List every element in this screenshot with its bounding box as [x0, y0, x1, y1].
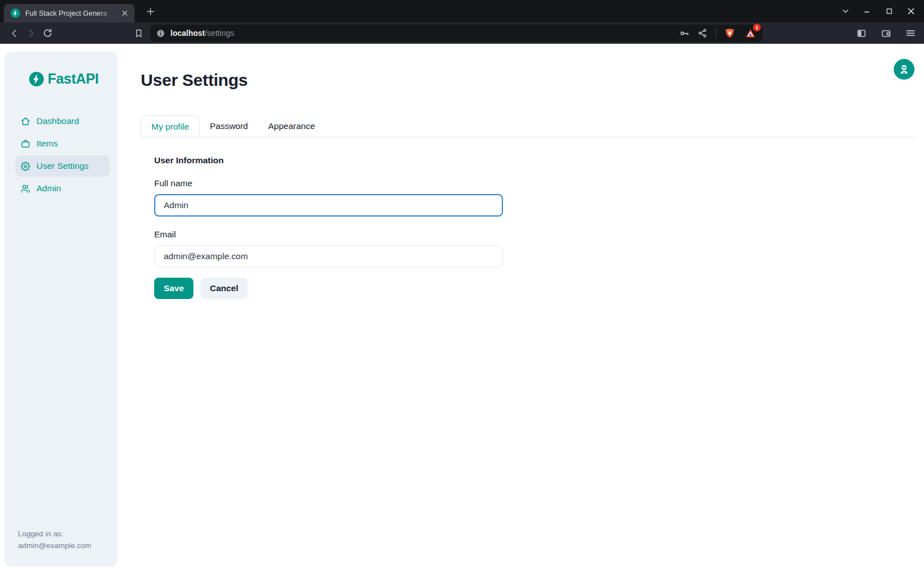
sidebar-item-items[interactable]: Items	[15, 133, 110, 154]
url-path: /settings	[205, 29, 234, 38]
url-text: localhost/settings	[170, 29, 234, 38]
logged-in-label: Logged in as:	[18, 528, 111, 540]
page-title: User Settings	[141, 72, 916, 89]
fastapi-logo: FastAPI	[29, 71, 118, 87]
urlbar-actions: 1	[679, 26, 757, 40]
new-tab-button[interactable]	[142, 3, 158, 19]
sidebar-toggle-icon[interactable]	[853, 25, 869, 41]
toolbar-divider	[715, 28, 716, 38]
section-title: User Information	[154, 155, 916, 165]
cancel-button[interactable]: Cancel	[200, 278, 248, 299]
email-input[interactable]	[154, 245, 503, 268]
browser-tab-strip: Full Stack Project Genera	[0, 0, 924, 22]
users-icon	[21, 184, 30, 194]
logged-in-email: admin@example.com	[18, 540, 111, 552]
email-label: Email	[154, 229, 916, 240]
fastapi-favicon-icon	[11, 8, 20, 18]
tab-close-icon[interactable]	[119, 7, 130, 19]
sidebar-item-label: Admin	[36, 183, 61, 194]
sidebar-item-label: User Settings	[36, 161, 89, 171]
my-profile-panel: User Information Full name Email Save Ca…	[141, 137, 916, 299]
toolbar-right-actions	[853, 25, 918, 41]
close-window-button[interactable]	[903, 3, 920, 20]
url-host: localhost	[170, 29, 205, 38]
sidebar-nav: Dashboard Items User Settings Admin	[4, 111, 118, 199]
gear-icon	[21, 162, 30, 171]
reload-button[interactable]	[39, 25, 56, 42]
tab-my-profile[interactable]: My profile	[141, 116, 200, 137]
brave-rewards-icon[interactable]: 1	[743, 26, 757, 40]
window-controls	[837, 0, 920, 22]
tab-search-chevron-icon[interactable]	[837, 3, 854, 20]
minimize-button[interactable]	[859, 3, 876, 20]
address-bar[interactable]: localhost/settings 1	[150, 25, 763, 42]
sidebar-item-label: Dashboard	[36, 116, 79, 126]
logged-in-status: Logged in as: admin@example.com	[4, 528, 118, 567]
back-button[interactable]	[6, 25, 22, 42]
password-key-icon[interactable]	[679, 28, 690, 39]
tab-title: Full Stack Project Genera	[25, 9, 119, 17]
user-menu-avatar[interactable]	[894, 59, 914, 80]
full-name-input[interactable]	[154, 194, 503, 217]
form-actions: Save Cancel	[154, 278, 916, 299]
settings-tabs: My profile Password Appearance	[141, 116, 916, 137]
site-info-icon[interactable]	[156, 29, 165, 38]
briefcase-icon	[21, 139, 30, 149]
maximize-button[interactable]	[881, 3, 898, 20]
sidebar-item-user-settings[interactable]: User Settings	[15, 155, 110, 177]
home-icon	[21, 117, 30, 126]
tab-appearance[interactable]: Appearance	[258, 116, 325, 137]
browser-toolbar: localhost/settings 1	[0, 22, 924, 44]
fastapi-bolt-icon	[29, 72, 44, 86]
wallet-icon[interactable]	[878, 25, 894, 41]
share-icon[interactable]	[697, 28, 708, 38]
tab-password[interactable]: Password	[200, 116, 258, 137]
sidebar-item-dashboard[interactable]: Dashboard	[15, 111, 110, 132]
sidebar-item-label: Items	[36, 139, 58, 149]
app-page: FastAPI Dashboard Items User Settings	[0, 44, 924, 575]
browser-tab[interactable]: Full Stack Project Genera	[4, 4, 135, 22]
menu-hamburger-icon[interactable]	[903, 25, 918, 41]
sidebar-item-admin[interactable]: Admin	[15, 178, 110, 199]
user-astronaut-icon	[898, 63, 910, 75]
full-name-label: Full name	[154, 178, 916, 188]
sidebar: FastAPI Dashboard Items User Settings	[4, 52, 118, 567]
brave-shield-icon[interactable]	[724, 27, 736, 39]
rewards-badge: 1	[753, 24, 761, 31]
main-content: User Settings My profile Password Appear…	[141, 44, 916, 299]
logo-text: FastAPI	[48, 71, 99, 87]
save-button[interactable]: Save	[154, 278, 193, 299]
bookmark-icon[interactable]	[130, 25, 147, 42]
forward-button[interactable]	[22, 25, 39, 42]
